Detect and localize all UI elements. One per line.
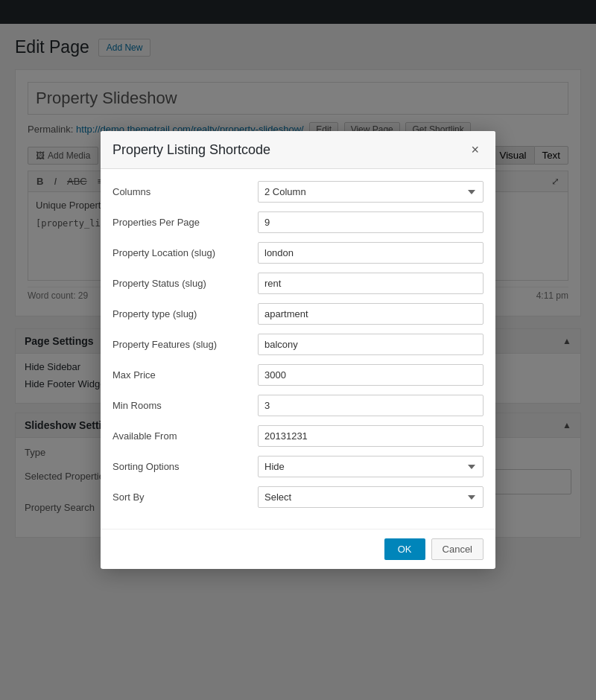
modal-input-4[interactable] bbox=[258, 303, 484, 325]
modal-field-label: Sort By bbox=[112, 491, 258, 503]
modal-title: Property Listing Shortcode bbox=[112, 142, 270, 158]
modal-field-row: Property Status (slug) bbox=[112, 273, 484, 294]
modal-close-button[interactable]: × bbox=[466, 141, 484, 158]
modal-field-row: Available From bbox=[112, 425, 484, 447]
modal-field-row: Property Location (slug) bbox=[112, 242, 484, 264]
modal-field-label: Property type (slug) bbox=[112, 308, 258, 319]
cancel-button[interactable]: Cancel bbox=[431, 538, 484, 560]
modal-input-1[interactable] bbox=[258, 211, 484, 233]
modal-field-label: Property Features (slug) bbox=[112, 339, 258, 350]
modal-field-row: Min Rooms bbox=[112, 395, 484, 416]
modal-header: Property Listing Shortcode × bbox=[101, 131, 495, 169]
modal-field-row: Properties Per Page bbox=[112, 211, 484, 233]
modal-input-8[interactable] bbox=[258, 425, 484, 447]
modal-input-3[interactable] bbox=[258, 273, 484, 294]
modal-field-row: Sorting OptionsHideShow bbox=[112, 456, 484, 477]
ok-button[interactable]: OK bbox=[384, 538, 425, 560]
modal-field-label: Max Price bbox=[112, 369, 258, 381]
modal-field-row: Property type (slug) bbox=[112, 303, 484, 325]
modal-field-label: Min Rooms bbox=[112, 400, 258, 411]
modal-field-row: Columns1 Column2 Column3 Column4 Column bbox=[112, 181, 484, 203]
modal-select-10[interactable]: SelectDatePriceName bbox=[258, 486, 484, 508]
modal-body: Columns1 Column2 Column3 Column4 ColumnP… bbox=[101, 169, 495, 529]
modal-input-6[interactable] bbox=[258, 364, 484, 386]
modal-footer: OK Cancel bbox=[101, 529, 495, 560]
modal-field-row: Sort BySelectDatePriceName bbox=[112, 486, 484, 508]
modal-field-label: Available From bbox=[112, 430, 258, 442]
modal-input-2[interactable] bbox=[258, 242, 484, 264]
modal-field-label: Property Status (slug) bbox=[112, 278, 258, 289]
modal-input-7[interactable] bbox=[258, 395, 484, 416]
modal-field-label: Property Location (slug) bbox=[112, 247, 258, 258]
modal-field-label: Columns bbox=[112, 186, 258, 197]
modal-input-5[interactable] bbox=[258, 334, 484, 355]
modal-field-label: Sorting Options bbox=[112, 461, 258, 472]
modal: Property Listing Shortcode × Columns1 Co… bbox=[101, 131, 495, 560]
modal-field-row: Property Features (slug) bbox=[112, 334, 484, 355]
modal-select-9[interactable]: HideShow bbox=[258, 456, 484, 477]
modal-field-row: Max Price bbox=[112, 364, 484, 386]
modal-field-label: Properties Per Page bbox=[112, 217, 258, 228]
modal-select-0[interactable]: 1 Column2 Column3 Column4 Column bbox=[258, 181, 484, 203]
modal-overlay: Property Listing Shortcode × Columns1 Co… bbox=[0, 0, 596, 560]
